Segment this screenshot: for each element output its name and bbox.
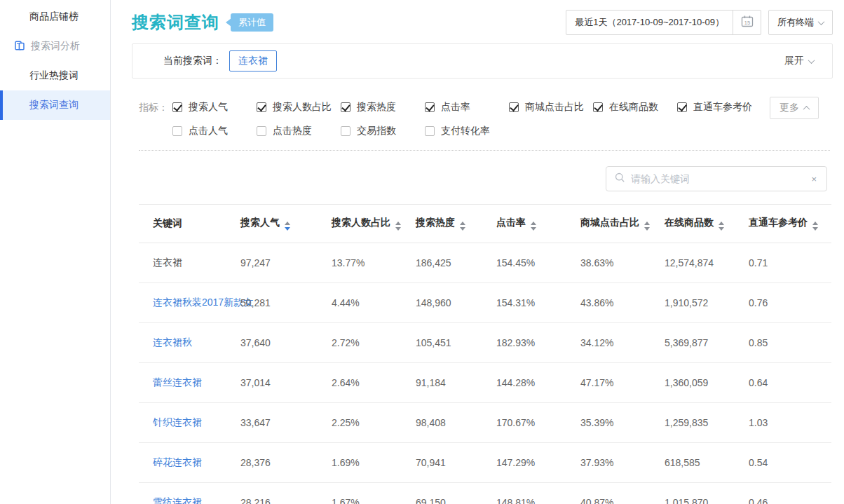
cell-value: 0.54 <box>749 443 831 483</box>
cell-value: 0.85 <box>749 323 831 363</box>
date-range-text: 最近1天（2017-10-09~2017-10-09） <box>566 11 733 34</box>
cell-value: 50,281 <box>240 283 332 323</box>
checkbox-search-heat[interactable] <box>341 102 350 112</box>
search-icon <box>615 172 625 186</box>
sort-icon[interactable] <box>531 222 536 231</box>
cell-value: 37.93% <box>580 443 665 483</box>
checkbox-searcher-share[interactable] <box>257 102 266 112</box>
expand-toggle[interactable]: 展开 <box>784 55 814 67</box>
cell-value: 37,640 <box>240 323 332 363</box>
col-header-click-rate[interactable]: 点击率 <box>496 205 580 243</box>
cell-value: 170.67% <box>496 403 580 443</box>
terminal-select-value: 所有终端 <box>777 16 814 29</box>
sort-icon[interactable] <box>812 222 818 231</box>
metric-option: 交易指数 <box>341 125 425 137</box>
col-header-keyword: 关键词 <box>139 205 240 243</box>
analysis-icon <box>14 40 25 53</box>
keyword-search-input[interactable] <box>631 173 804 184</box>
cell-value: 69,150 <box>416 483 496 504</box>
sort-icon[interactable] <box>460 222 465 231</box>
cell-value: 105,451 <box>416 323 496 363</box>
terminal-select[interactable]: 所有终端 <box>768 10 833 35</box>
more-button[interactable]: 更多 <box>770 97 819 119</box>
cell-value: 154.31% <box>496 283 580 323</box>
metric-option: 搜索人数占比 <box>257 101 341 114</box>
checkbox-transaction-index[interactable] <box>341 126 350 136</box>
col-header-mall-click-share[interactable]: 商城点击占比 <box>580 205 665 243</box>
current-word-chip[interactable]: 连衣裙 <box>229 50 277 71</box>
chevron-down-icon <box>818 18 825 25</box>
sidebar-item-label: 行业热搜词 <box>29 69 79 82</box>
calendar-button[interactable]: 15 <box>733 11 761 34</box>
cell-value: 2.72% <box>332 323 416 363</box>
col-header-online-products[interactable]: 在线商品数 <box>665 205 749 243</box>
cell-value: 91,184 <box>416 363 496 403</box>
sort-icon[interactable] <box>644 222 650 231</box>
cell-value: 186,425 <box>416 243 496 283</box>
keyword-link[interactable]: 针织连衣裙 <box>153 416 202 428</box>
expand-label: 展开 <box>784 55 804 67</box>
checkbox-search-popularity[interactable] <box>172 102 182 112</box>
cell-value: 1.03 <box>749 403 831 443</box>
keyword-link[interactable]: 蕾丝连衣裙 <box>153 376 202 388</box>
cell-value: 28,376 <box>240 443 332 483</box>
cell-value: 34.12% <box>580 323 665 363</box>
main-area: 搜索词查询 累计值 最近1天（2017-10-09~2017-10-09） <box>111 0 844 504</box>
col-header-search-heat[interactable]: 搜索热度 <box>416 205 496 243</box>
cell-value: 33,647 <box>240 403 332 443</box>
metric-option: 点击率 <box>425 101 509 114</box>
col-header-search-popularity[interactable]: 搜索人气 <box>240 205 332 243</box>
checkbox-mall-click-share[interactable] <box>509 102 519 112</box>
cell-value: 1,015,870 <box>665 483 749 504</box>
checkbox-online-products[interactable] <box>593 102 603 112</box>
keyword-link[interactable]: 连衣裙秋装2017新款女 <box>153 297 253 308</box>
keyword-link[interactable]: 连衣裙秋 <box>153 336 192 348</box>
cell-value: 12,574,874 <box>665 243 749 283</box>
metrics-label: 指标： <box>139 100 172 147</box>
table-header-row: 关键词 搜索人气 搜索人数占比 搜索热度 <box>139 205 831 243</box>
col-header-ztc-price[interactable]: 直通车参考价 <box>749 205 831 243</box>
table-row: 碎花连衣裙 28,376 1.69% 70,941 147.29% 37.93%… <box>139 443 831 483</box>
cell-value: 2.64% <box>332 363 416 403</box>
sidebar-item-label: 商品店铺榜 <box>29 11 79 23</box>
cell-value: 144.28% <box>496 363 580 403</box>
sidebar-item-search-word-query[interactable]: 搜索词查询 <box>0 90 110 120</box>
calendar-icon: 15 <box>740 14 754 31</box>
metric-option: 商城点击占比 <box>509 101 593 114</box>
current-word-label: 当前搜索词： <box>163 55 222 67</box>
table-row: 连衣裙秋装2017新款女 50,281 4.44% 148,960 154.31… <box>139 283 831 323</box>
cell-value: 1.67% <box>332 483 416 504</box>
checkbox-payment-conversion[interactable] <box>425 126 435 136</box>
date-range-picker[interactable]: 最近1天（2017-10-09~2017-10-09） 15 <box>566 10 761 35</box>
sort-icon[interactable] <box>285 222 290 231</box>
cell-value: 40.87% <box>580 483 665 504</box>
clear-icon[interactable]: × <box>810 174 818 184</box>
keyword-text: 连衣裙 <box>153 257 182 268</box>
cell-value: 13.77% <box>332 243 416 283</box>
table-row: 雪纺连衣裙 28,216 1.67% 69,150 148.81% 40.87%… <box>139 483 831 504</box>
app-window: 商品店铺榜 搜索词分析 行业热搜词 搜索词查询 搜索词查询 <box>0 0 844 504</box>
checkbox-click-heat[interactable] <box>257 126 266 136</box>
sidebar-item-search-word-analysis[interactable]: 搜索词分析 <box>0 32 110 61</box>
sidebar-item-industry-hot-words[interactable]: 行业热搜词 <box>0 61 110 90</box>
keyword-link[interactable]: 碎花连衣裙 <box>153 456 202 468</box>
cell-value: 5,369,877 <box>665 323 749 363</box>
sidebar: 商品店铺榜 搜索词分析 行业热搜词 搜索词查询 <box>0 0 111 504</box>
metric-option: 点击热度 <box>257 125 341 137</box>
sort-icon[interactable] <box>395 222 401 231</box>
cell-value: 70,941 <box>416 443 496 483</box>
sidebar-item-product-shop-ranking[interactable]: 商品店铺榜 <box>0 2 110 32</box>
checkbox-ztc-reference-price[interactable] <box>677 102 687 112</box>
col-header-searcher-share[interactable]: 搜索人数占比 <box>332 205 416 243</box>
cell-value: 35.39% <box>580 403 665 443</box>
sort-icon[interactable] <box>719 222 724 231</box>
cell-value: 37,014 <box>240 363 332 403</box>
checkbox-click-popularity[interactable] <box>172 126 182 136</box>
page-title: 搜索词查询 <box>132 11 219 34</box>
metric-option: 在线商品数 <box>593 101 677 114</box>
keyword-link[interactable]: 雪纺连衣裙 <box>153 496 202 504</box>
metric-option: 支付转化率 <box>425 125 509 137</box>
svg-text:15: 15 <box>744 20 749 26</box>
cell-value: 1.69% <box>332 443 416 483</box>
checkbox-click-rate[interactable] <box>425 102 435 112</box>
